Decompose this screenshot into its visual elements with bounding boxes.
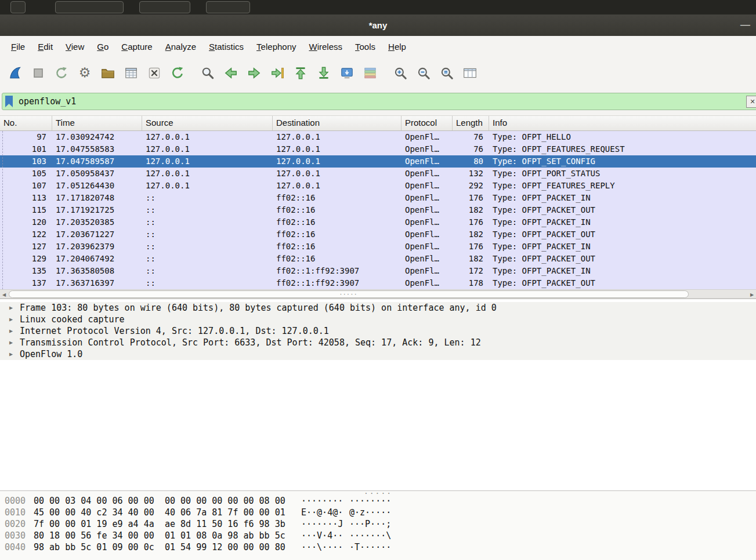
hex-bytes[interactable]: 80 18 00 56 fe 34 00 00: [34, 530, 154, 541]
packet-row[interactable]: 12217.203671227::ff02::16OpenFl…182Type:…: [0, 228, 756, 241]
header-info[interactable]: Info: [489, 116, 756, 130]
background-button[interactable]: [139, 1, 190, 13]
expand-arrow-icon[interactable]: ▶: [9, 348, 13, 360]
minimize-button[interactable]: —: [740, 14, 750, 35]
hex-ascii[interactable]: E··@·4@·: [301, 507, 344, 518]
detail-row-frame[interactable]: ▶Frame 103: 80 bytes on wire (640 bits),…: [0, 302, 756, 314]
hex-bytes[interactable]: 01 01 08 0a 98 ab bb 5c: [165, 530, 285, 541]
hex-bytes[interactable]: 7f 00 00 01 19 e9 a4 4a: [34, 518, 154, 530]
hex-ascii[interactable]: ········: [349, 495, 391, 507]
header-time[interactable]: Time: [52, 116, 142, 130]
hex-ascii[interactable]: ···\····: [301, 541, 344, 553]
menu-telephony[interactable]: Telephony: [250, 38, 302, 55]
hex-row[interactable]: 004098 ab bb 5c 01 09 00 0c01 54 99 12 0…: [0, 541, 756, 553]
hex-bytes[interactable]: 40 06 7a 81 7f 00 00 01: [165, 507, 285, 518]
detail-row-ipv4[interactable]: ▶Internet Protocol Version 4, Src: 127.0…: [0, 325, 756, 337]
expand-arrow-icon[interactable]: ▶: [9, 325, 13, 337]
go-to-packet-button[interactable]: [266, 61, 289, 85]
hex-bytes[interactable]: ae 8d 11 50 16 f6 98 3b: [165, 518, 285, 530]
menu-help[interactable]: Help: [382, 38, 413, 55]
menu-file[interactable]: File: [5, 38, 31, 55]
detail-row-linux-cooked[interactable]: ▶Linux cooked capture: [0, 314, 756, 325]
packet-row[interactable]: 10517.050958437127.0.0.1127.0.0.1OpenFl……: [0, 168, 756, 180]
packet-row[interactable]: 10117.047558583127.0.0.1127.0.0.1OpenFl……: [0, 143, 756, 155]
hex-bytes[interactable]: 01 54 99 12 00 00 00 80: [165, 541, 285, 553]
detail-text: Frame 103: 80 bytes on wire (640 bits), …: [20, 303, 497, 313]
menu-wireless[interactable]: Wireless: [303, 38, 349, 55]
background-button[interactable]: [206, 1, 250, 13]
hex-row[interactable]: 000000 00 03 04 00 06 00 0000 00 00 00 0…: [0, 495, 756, 507]
packet-row[interactable]: 13517.363580508::ff02::1:ff92:3907OpenFl…: [0, 265, 756, 277]
resize-columns-button[interactable]: [458, 61, 482, 85]
open-file-button[interactable]: [96, 61, 120, 85]
display-filter-input[interactable]: openflow_v1: [2, 93, 756, 110]
cell-no: 115: [0, 204, 52, 216]
auto-scroll-button[interactable]: [335, 61, 359, 85]
menu-edit[interactable]: Edit: [31, 38, 59, 55]
scroll-left-icon[interactable]: ◀: [1, 291, 8, 298]
find-packet-button[interactable]: [196, 61, 219, 85]
menu-capture[interactable]: Capture: [115, 38, 158, 55]
zoom-original-button[interactable]: [435, 61, 458, 85]
menu-analyze[interactable]: Analyze: [159, 38, 202, 55]
hex-bytes[interactable]: 00 00 00 00 00 00 08 00: [165, 495, 285, 507]
cell-protocol: OpenFl…: [401, 131, 453, 143]
packet-row[interactable]: 11317.171820748::ff02::16OpenFl…176Type:…: [0, 192, 756, 204]
packet-row-selected[interactable]: 10317.047589587127.0.0.1127.0.0.1OpenFl……: [0, 155, 756, 168]
header-source[interactable]: Source: [142, 116, 273, 130]
hex-bytes[interactable]: 45 00 00 40 c2 34 40 00: [34, 507, 154, 518]
scrollbar-thumb[interactable]: ·····: [9, 290, 689, 298]
background-button[interactable]: [10, 1, 26, 13]
menu-go[interactable]: Go: [91, 38, 115, 55]
menu-tools[interactable]: Tools: [349, 38, 382, 55]
hex-row[interactable]: 003080 18 00 56 fe 34 00 0001 01 08 0a 9…: [0, 530, 756, 541]
packet-row[interactable]: 13717.363716397::ff02::1:ff92:3907OpenFl…: [0, 277, 756, 289]
hex-ascii[interactable]: ········: [301, 495, 344, 507]
scroll-right-icon[interactable]: ▶: [748, 291, 755, 298]
hex-ascii[interactable]: ···V·4··: [301, 530, 344, 541]
hex-ascii[interactable]: ·······\: [349, 530, 391, 541]
hex-bytes[interactable]: 00 00 03 04 00 06 00 00: [34, 495, 154, 507]
go-forward-button[interactable]: [243, 61, 266, 85]
hex-ascii[interactable]: @·z·····: [349, 507, 391, 518]
start-capture-button[interactable]: [3, 61, 27, 85]
menu-statistics[interactable]: Statistics: [202, 38, 250, 55]
packet-row[interactable]: 12717.203962379::ff02::16OpenFl…176Type:…: [0, 241, 756, 253]
capture-options-button[interactable]: ⚙: [73, 61, 96, 85]
hex-ascii[interactable]: ·T······: [349, 541, 391, 553]
header-no[interactable]: No.: [0, 116, 52, 130]
header-length[interactable]: Length: [453, 116, 489, 130]
expand-arrow-icon[interactable]: ▶: [9, 302, 13, 314]
packet-row[interactable]: 12917.204067492::ff02::16OpenFl…182Type:…: [0, 253, 756, 265]
packet-row[interactable]: 10717.051264430127.0.0.1127.0.0.1OpenFl……: [0, 180, 756, 192]
go-back-button[interactable]: [219, 61, 243, 85]
detail-row-tcp[interactable]: ▶Transmission Control Protocol, Src Port…: [0, 337, 756, 348]
hex-ascii[interactable]: ···P···;: [349, 518, 391, 530]
reload-button[interactable]: [166, 61, 189, 85]
horizontal-scrollbar[interactable]: ◀ ····· ▶: [0, 289, 756, 299]
menu-view[interactable]: View: [59, 38, 91, 55]
packet-row[interactable]: 11517.171921725::ff02::16OpenFl…182Type:…: [0, 204, 756, 216]
packet-row[interactable]: 9717.030924742127.0.0.1127.0.0.1OpenFl…7…: [0, 131, 756, 143]
hex-ascii[interactable]: ·······J: [301, 518, 344, 530]
detail-row-openflow[interactable]: ▶OpenFlow 1.0: [0, 348, 756, 360]
restart-capture-button[interactable]: [50, 61, 73, 85]
clear-filter-button[interactable]: ✕: [746, 96, 756, 108]
go-to-bottom-button[interactable]: [312, 61, 335, 85]
zoom-in-button[interactable]: [389, 61, 412, 85]
header-destination[interactable]: Destination: [273, 116, 401, 130]
hex-row[interactable]: 00207f 00 00 01 19 e9 a4 4aae 8d 11 50 1…: [0, 518, 756, 530]
header-protocol[interactable]: Protocol: [401, 116, 453, 130]
hex-bytes[interactable]: 98 ab bb 5c 01 09 00 0c: [34, 541, 154, 553]
expand-arrow-icon[interactable]: ▶: [9, 337, 13, 348]
hex-row[interactable]: 001045 00 00 40 c2 34 40 0040 06 7a 81 7…: [0, 507, 756, 518]
stop-capture-button[interactable]: [27, 61, 50, 85]
go-to-top-button[interactable]: [289, 61, 312, 85]
colorize-button[interactable]: [359, 61, 382, 85]
close-file-button[interactable]: [143, 61, 166, 85]
background-button[interactable]: [55, 1, 124, 13]
expand-arrow-icon[interactable]: ▶: [9, 314, 13, 325]
packet-row[interactable]: 12017.203520385::ff02::16OpenFl…176Type:…: [0, 216, 756, 228]
zoom-out-button[interactable]: [412, 61, 435, 85]
save-file-button[interactable]: [120, 61, 143, 85]
